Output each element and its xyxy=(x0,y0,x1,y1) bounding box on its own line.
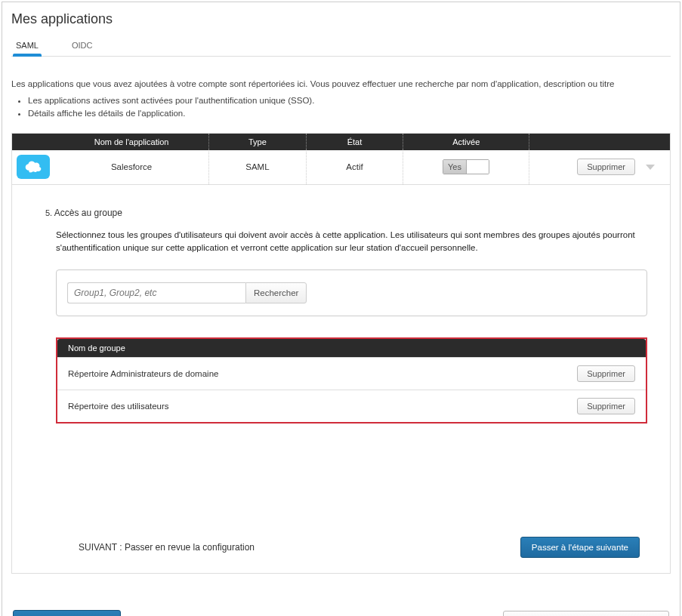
suspend-sso-button[interactable]: Suspendre toute l'authentification uniqu… xyxy=(503,611,669,617)
cell-app-type: SAML xyxy=(209,162,306,171)
cell-app-name: Salesforce xyxy=(54,162,208,171)
active-toggle[interactable]: Yes xyxy=(443,159,489,174)
toggle-yes: Yes xyxy=(443,160,467,174)
delete-group-button[interactable]: Supprimer xyxy=(577,398,635,414)
group-search-box: Rechercher xyxy=(56,270,647,316)
delete-app-button[interactable]: Supprimer xyxy=(577,159,635,175)
tab-oidc[interactable]: OIDC xyxy=(70,36,94,56)
step-title-text: Accès au groupe xyxy=(54,208,122,218)
tab-saml[interactable]: SAML xyxy=(14,36,40,56)
group-search-button[interactable]: Rechercher xyxy=(245,282,307,303)
detail-panel: 5. Accès au groupe Sélectionnez tous les… xyxy=(12,185,670,574)
group-name: Répertoire Administrateurs de domaine xyxy=(68,369,218,378)
group-table-header: Nom de groupe xyxy=(57,339,646,357)
intro-bullet: Détails affiche les détails de l'applica… xyxy=(28,107,671,120)
applications-table: Nom de l'application Type État Activée S… xyxy=(11,133,671,574)
intro-list: Les applications actives sont activées p… xyxy=(11,94,671,121)
add-application-button[interactable]: Ajouter une application ▾ xyxy=(13,610,121,616)
group-row: Répertoire des utilisateurs Supprimer xyxy=(57,390,646,422)
step-description: Sélectionnez tous les groupes d'utilisat… xyxy=(56,229,647,255)
col-header-state: État xyxy=(307,137,403,146)
delete-group-button[interactable]: Supprimer xyxy=(577,365,635,382)
col-header-active: Activée xyxy=(403,137,529,146)
group-table: Nom de groupe Répertoire Administrateurs… xyxy=(56,337,647,424)
table-row: Salesforce SAML Actif Yes Supprimer xyxy=(12,150,670,185)
page-title: Mes applications xyxy=(11,11,671,27)
group-row: Répertoire Administrateurs de domaine Su… xyxy=(57,357,646,390)
cell-app-state: Actif xyxy=(307,162,403,171)
expand-row-icon[interactable] xyxy=(646,165,655,170)
salesforce-icon xyxy=(17,155,50,179)
intro-text: Les applications que vous avez ajoutées … xyxy=(11,79,671,88)
group-search-input[interactable] xyxy=(67,282,245,303)
col-header-name: Nom de l'application xyxy=(54,137,208,146)
intro-bullet: Les applications actives sont activées p… xyxy=(28,94,671,107)
tab-bar: SAML OIDC xyxy=(11,36,671,57)
group-name: Répertoire des utilisateurs xyxy=(68,402,169,411)
step-title: 5. Accès au groupe xyxy=(45,208,647,218)
next-step-button[interactable]: Passer à l'étape suivante xyxy=(520,537,640,558)
next-step-label: SUIVANT : Passer en revue la configurati… xyxy=(79,542,255,553)
step-number: 5. xyxy=(45,208,52,217)
col-header-type: Type xyxy=(209,137,306,146)
